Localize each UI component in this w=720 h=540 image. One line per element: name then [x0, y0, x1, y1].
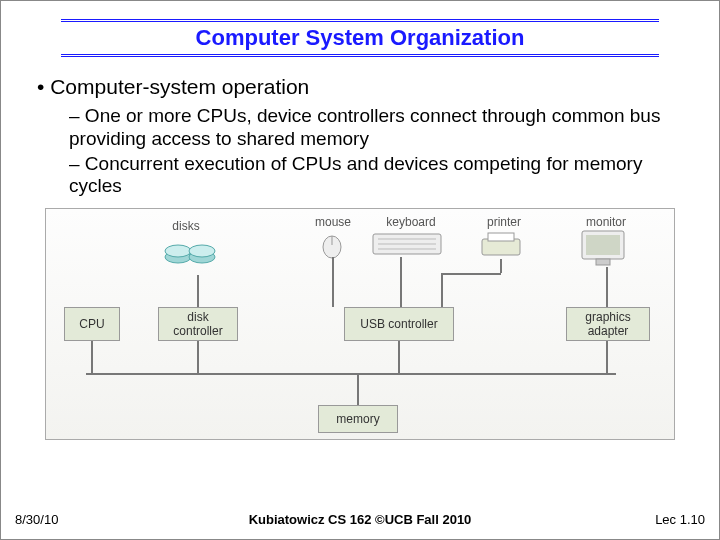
line-mouse-usb — [332, 257, 334, 307]
line-usb-bus — [398, 341, 400, 373]
mouse-icon — [318, 231, 346, 259]
system-diagram: disks mouse keyboard printer monitor on-… — [45, 208, 675, 440]
bullet-level2-a: – One or more CPUs, device controllers c… — [69, 105, 683, 151]
line-disks-ctrl — [197, 275, 199, 307]
label-printer: printer — [474, 215, 534, 229]
svg-point-1 — [165, 245, 191, 257]
box-cpu: CPU — [64, 307, 120, 341]
title-bar: Computer System Organization — [61, 19, 659, 57]
svg-point-3 — [189, 245, 215, 257]
footer-center: Kubiatowicz CS 162 ©UCB Fall 2010 — [1, 512, 719, 527]
monitor-icon — [578, 229, 628, 269]
content-area: • Computer-system operation – One or mor… — [1, 63, 719, 440]
disks-icon — [162, 235, 218, 275]
footer-date: 8/30/10 — [15, 512, 58, 527]
slide-title: Computer System Organization — [61, 23, 659, 53]
line-printer-across — [441, 273, 501, 275]
line-keyboard-usb — [400, 257, 402, 307]
box-memory: memory — [318, 405, 398, 433]
printer-icon — [478, 231, 524, 261]
footer-page: Lec 1.10 — [655, 512, 705, 527]
footer: 8/30/10 Kubiatowicz CS 162 ©UCB Fall 201… — [1, 512, 719, 527]
bullet-level1: • Computer-system operation — [37, 75, 683, 99]
bullet-level2-b: – Concurrent execution of CPUs and devic… — [69, 153, 683, 199]
label-disks: disks — [156, 219, 216, 233]
svg-rect-11 — [488, 233, 514, 241]
bullet-level2-a-text: One or more CPUs, device controllers con… — [69, 105, 660, 149]
line-gfx-bus — [606, 341, 608, 373]
line-cpu-bus — [91, 341, 93, 373]
svg-rect-13 — [586, 235, 620, 255]
line-monitor-gfx — [606, 267, 608, 307]
bullet-level1-text: Computer-system operation — [50, 75, 309, 98]
svg-rect-14 — [596, 259, 610, 265]
system-bus — [86, 373, 616, 375]
label-monitor: monitor — [576, 215, 636, 229]
line-printer-usb — [441, 273, 443, 307]
keyboard-icon — [372, 233, 442, 257]
line-printer-down — [500, 259, 502, 273]
line-diskctrl-bus — [197, 341, 199, 373]
bullet-level2-b-text: Concurrent execution of CPUs and devices… — [69, 153, 642, 197]
box-graphics-adapter: graphics adapter — [566, 307, 650, 341]
box-usb-controller: USB controller — [344, 307, 454, 341]
label-mouse: mouse — [308, 215, 358, 229]
label-keyboard: keyboard — [376, 215, 446, 229]
line-bus-memory — [357, 373, 359, 405]
box-disk-controller: disk controller — [158, 307, 238, 341]
